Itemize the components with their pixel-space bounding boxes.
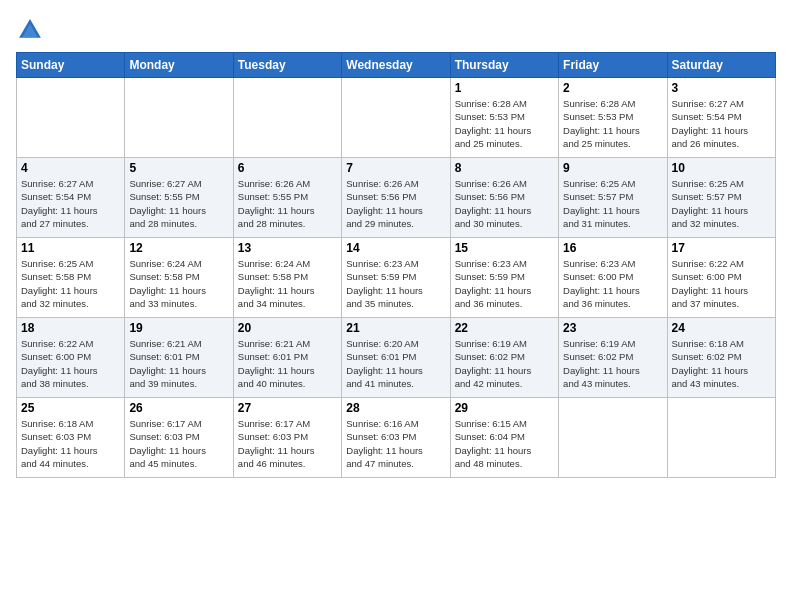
day-number: 16 [563, 241, 662, 255]
day-header-saturday: Saturday [667, 53, 775, 78]
day-number: 20 [238, 321, 337, 335]
calendar-cell [342, 78, 450, 158]
calendar-cell [125, 78, 233, 158]
day-detail: Sunrise: 6:21 AM Sunset: 6:01 PM Dayligh… [129, 337, 228, 390]
day-header-friday: Friday [559, 53, 667, 78]
calendar-cell: 1Sunrise: 6:28 AM Sunset: 5:53 PM Daylig… [450, 78, 558, 158]
calendar-cell: 23Sunrise: 6:19 AM Sunset: 6:02 PM Dayli… [559, 318, 667, 398]
calendar-cell: 29Sunrise: 6:15 AM Sunset: 6:04 PM Dayli… [450, 398, 558, 478]
calendar-cell: 27Sunrise: 6:17 AM Sunset: 6:03 PM Dayli… [233, 398, 341, 478]
day-detail: Sunrise: 6:22 AM Sunset: 6:00 PM Dayligh… [21, 337, 120, 390]
day-number: 13 [238, 241, 337, 255]
day-number: 1 [455, 81, 554, 95]
day-number: 9 [563, 161, 662, 175]
day-number: 7 [346, 161, 445, 175]
calendar-cell [559, 398, 667, 478]
day-number: 2 [563, 81, 662, 95]
day-number: 17 [672, 241, 771, 255]
calendar-cell: 13Sunrise: 6:24 AM Sunset: 5:58 PM Dayli… [233, 238, 341, 318]
day-detail: Sunrise: 6:21 AM Sunset: 6:01 PM Dayligh… [238, 337, 337, 390]
calendar-cell: 10Sunrise: 6:25 AM Sunset: 5:57 PM Dayli… [667, 158, 775, 238]
day-number: 22 [455, 321, 554, 335]
calendar-cell: 24Sunrise: 6:18 AM Sunset: 6:02 PM Dayli… [667, 318, 775, 398]
calendar-cell: 21Sunrise: 6:20 AM Sunset: 6:01 PM Dayli… [342, 318, 450, 398]
day-detail: Sunrise: 6:26 AM Sunset: 5:55 PM Dayligh… [238, 177, 337, 230]
day-header-sunday: Sunday [17, 53, 125, 78]
day-number: 6 [238, 161, 337, 175]
header-row: SundayMondayTuesdayWednesdayThursdayFrid… [17, 53, 776, 78]
calendar-cell: 9Sunrise: 6:25 AM Sunset: 5:57 PM Daylig… [559, 158, 667, 238]
day-detail: Sunrise: 6:19 AM Sunset: 6:02 PM Dayligh… [455, 337, 554, 390]
calendar-cell: 25Sunrise: 6:18 AM Sunset: 6:03 PM Dayli… [17, 398, 125, 478]
day-detail: Sunrise: 6:23 AM Sunset: 6:00 PM Dayligh… [563, 257, 662, 310]
calendar-cell: 26Sunrise: 6:17 AM Sunset: 6:03 PM Dayli… [125, 398, 233, 478]
calendar-cell: 22Sunrise: 6:19 AM Sunset: 6:02 PM Dayli… [450, 318, 558, 398]
day-detail: Sunrise: 6:17 AM Sunset: 6:03 PM Dayligh… [238, 417, 337, 470]
calendar-cell: 4Sunrise: 6:27 AM Sunset: 5:54 PM Daylig… [17, 158, 125, 238]
day-detail: Sunrise: 6:18 AM Sunset: 6:02 PM Dayligh… [672, 337, 771, 390]
day-detail: Sunrise: 6:26 AM Sunset: 5:56 PM Dayligh… [346, 177, 445, 230]
day-header-tuesday: Tuesday [233, 53, 341, 78]
day-detail: Sunrise: 6:24 AM Sunset: 5:58 PM Dayligh… [238, 257, 337, 310]
day-number: 19 [129, 321, 228, 335]
day-number: 24 [672, 321, 771, 335]
day-detail: Sunrise: 6:23 AM Sunset: 5:59 PM Dayligh… [346, 257, 445, 310]
day-number: 11 [21, 241, 120, 255]
day-number: 15 [455, 241, 554, 255]
calendar-cell: 12Sunrise: 6:24 AM Sunset: 5:58 PM Dayli… [125, 238, 233, 318]
calendar-cell: 6Sunrise: 6:26 AM Sunset: 5:55 PM Daylig… [233, 158, 341, 238]
day-detail: Sunrise: 6:28 AM Sunset: 5:53 PM Dayligh… [455, 97, 554, 150]
calendar-cell: 5Sunrise: 6:27 AM Sunset: 5:55 PM Daylig… [125, 158, 233, 238]
day-detail: Sunrise: 6:18 AM Sunset: 6:03 PM Dayligh… [21, 417, 120, 470]
day-number: 12 [129, 241, 228, 255]
week-row-1: 1Sunrise: 6:28 AM Sunset: 5:53 PM Daylig… [17, 78, 776, 158]
week-row-3: 11Sunrise: 6:25 AM Sunset: 5:58 PM Dayli… [17, 238, 776, 318]
day-number: 28 [346, 401, 445, 415]
day-number: 26 [129, 401, 228, 415]
day-detail: Sunrise: 6:28 AM Sunset: 5:53 PM Dayligh… [563, 97, 662, 150]
day-number: 14 [346, 241, 445, 255]
day-number: 4 [21, 161, 120, 175]
day-number: 29 [455, 401, 554, 415]
calendar-cell: 8Sunrise: 6:26 AM Sunset: 5:56 PM Daylig… [450, 158, 558, 238]
calendar-cell [233, 78, 341, 158]
calendar-cell: 7Sunrise: 6:26 AM Sunset: 5:56 PM Daylig… [342, 158, 450, 238]
day-number: 8 [455, 161, 554, 175]
calendar-cell: 3Sunrise: 6:27 AM Sunset: 5:54 PM Daylig… [667, 78, 775, 158]
day-detail: Sunrise: 6:27 AM Sunset: 5:55 PM Dayligh… [129, 177, 228, 230]
day-number: 27 [238, 401, 337, 415]
page-header [16, 16, 776, 44]
logo-icon [16, 16, 44, 44]
day-number: 25 [21, 401, 120, 415]
day-number: 5 [129, 161, 228, 175]
calendar-cell: 11Sunrise: 6:25 AM Sunset: 5:58 PM Dayli… [17, 238, 125, 318]
day-number: 3 [672, 81, 771, 95]
calendar-cell: 28Sunrise: 6:16 AM Sunset: 6:03 PM Dayli… [342, 398, 450, 478]
day-number: 18 [21, 321, 120, 335]
calendar-cell [667, 398, 775, 478]
day-number: 21 [346, 321, 445, 335]
day-number: 10 [672, 161, 771, 175]
day-detail: Sunrise: 6:23 AM Sunset: 5:59 PM Dayligh… [455, 257, 554, 310]
day-detail: Sunrise: 6:27 AM Sunset: 5:54 PM Dayligh… [672, 97, 771, 150]
day-detail: Sunrise: 6:15 AM Sunset: 6:04 PM Dayligh… [455, 417, 554, 470]
day-detail: Sunrise: 6:19 AM Sunset: 6:02 PM Dayligh… [563, 337, 662, 390]
calendar-cell: 18Sunrise: 6:22 AM Sunset: 6:00 PM Dayli… [17, 318, 125, 398]
day-detail: Sunrise: 6:25 AM Sunset: 5:57 PM Dayligh… [563, 177, 662, 230]
day-detail: Sunrise: 6:25 AM Sunset: 5:57 PM Dayligh… [672, 177, 771, 230]
calendar-cell: 16Sunrise: 6:23 AM Sunset: 6:00 PM Dayli… [559, 238, 667, 318]
day-header-wednesday: Wednesday [342, 53, 450, 78]
week-row-5: 25Sunrise: 6:18 AM Sunset: 6:03 PM Dayli… [17, 398, 776, 478]
calendar-cell: 2Sunrise: 6:28 AM Sunset: 5:53 PM Daylig… [559, 78, 667, 158]
calendar-cell: 14Sunrise: 6:23 AM Sunset: 5:59 PM Dayli… [342, 238, 450, 318]
day-detail: Sunrise: 6:26 AM Sunset: 5:56 PM Dayligh… [455, 177, 554, 230]
calendar-cell: 19Sunrise: 6:21 AM Sunset: 6:01 PM Dayli… [125, 318, 233, 398]
day-detail: Sunrise: 6:16 AM Sunset: 6:03 PM Dayligh… [346, 417, 445, 470]
calendar-cell: 17Sunrise: 6:22 AM Sunset: 6:00 PM Dayli… [667, 238, 775, 318]
day-number: 23 [563, 321, 662, 335]
day-detail: Sunrise: 6:17 AM Sunset: 6:03 PM Dayligh… [129, 417, 228, 470]
day-detail: Sunrise: 6:22 AM Sunset: 6:00 PM Dayligh… [672, 257, 771, 310]
day-detail: Sunrise: 6:25 AM Sunset: 5:58 PM Dayligh… [21, 257, 120, 310]
calendar-cell: 20Sunrise: 6:21 AM Sunset: 6:01 PM Dayli… [233, 318, 341, 398]
day-detail: Sunrise: 6:27 AM Sunset: 5:54 PM Dayligh… [21, 177, 120, 230]
